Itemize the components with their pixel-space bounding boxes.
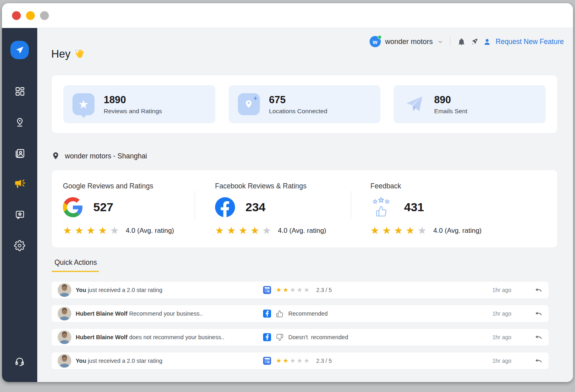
location-name: wonder motors - Shanghai [65, 152, 147, 160]
whats-new-button[interactable] [470, 38, 478, 46]
online-status-dot [378, 35, 382, 39]
thumbs-down-icon [276, 334, 283, 341]
sidebar-item-dashboard[interactable] [10, 76, 29, 107]
locations-icon [14, 117, 25, 128]
star-filled-icon: ★ [250, 225, 259, 236]
campaigns-megaphone-icon [13, 178, 26, 190]
sidebar-item-reviews[interactable] [10, 199, 29, 230]
star-empty-icon: ★ [290, 357, 296, 364]
star-filled-icon: ★ [86, 225, 95, 236]
review-bubble-star-icon: ★ [72, 93, 94, 115]
header-actions: w wonder motors [370, 36, 564, 47]
review-count: 431 [404, 200, 424, 214]
rating-stars: ★★★★★ 4.0 (Avg. rating) [63, 226, 174, 236]
review-count: 527 [93, 200, 113, 214]
stat-value: 890 [434, 94, 467, 106]
facebook-reviews-section: Facebook Reviews & Ratings 234 ★★★★★ 4.0… [215, 182, 326, 236]
reply-button[interactable] [534, 358, 542, 364]
star-filled-icon: ★ [63, 225, 72, 236]
rating-stars: ★★★★★ [276, 357, 311, 364]
sidebar-item-campaigns[interactable] [10, 168, 29, 199]
reply-button[interactable] [534, 311, 542, 317]
svg-text:G: G [267, 360, 269, 364]
person-icon [483, 38, 491, 46]
thumbs-up-icon [276, 310, 283, 318]
chevron-down-icon [437, 39, 443, 45]
rating-score: 2.3 / 5 [316, 287, 332, 293]
action-text: Hubert Blaine Wolf does not recommend yo… [76, 334, 224, 340]
google-business-icon: G [263, 357, 271, 365]
star-empty-icon: ★ [297, 286, 302, 293]
star-filled-icon: ★ [276, 357, 281, 364]
reply-icon [534, 311, 542, 317]
google-reviews-section: Google Reviews and Ratings 527 ★★★★★ 4.0… [63, 182, 174, 236]
stat-value: 675 [269, 94, 328, 106]
timestamp: 1hr ago [493, 310, 511, 317]
star-filled-icon: ★ [394, 225, 403, 236]
close-window-button[interactable] [12, 11, 21, 20]
paper-plane-logo-icon [15, 45, 24, 55]
map-pin-icon [51, 152, 60, 160]
minimize-window-button[interactable] [26, 11, 35, 20]
feedback-section: Feedback 431 ★★★★★ [370, 182, 482, 236]
star-empty-icon: ★ [262, 225, 271, 236]
google-logo [63, 197, 83, 217]
action-text: You just received a 2.0 star rating [76, 287, 163, 293]
facebook-icon [263, 333, 271, 341]
zoom-window-button[interactable] [40, 11, 49, 20]
divider [351, 191, 351, 220]
section-title: Google Reviews and Ratings [63, 182, 174, 190]
account-dropdown[interactable] [437, 39, 443, 45]
reviewer-avatar [58, 330, 71, 344]
star-filled-icon: ★ [283, 286, 288, 293]
contacts-icon [14, 148, 25, 159]
sidebar-item-support[interactable] [10, 352, 29, 371]
facebook-logo [215, 197, 235, 217]
rating-stars: ★★★★★ 4.0 (Avg. rating) [370, 226, 482, 236]
star-filled-icon: ★ [98, 225, 107, 236]
star-empty-icon: ★ [304, 357, 309, 364]
rating-stars: ★★★★★ [276, 286, 311, 294]
sidebar-item-locations[interactable] [10, 107, 29, 138]
stat-label: Locations Connected [269, 108, 328, 115]
star-empty-icon: ★ [418, 225, 426, 236]
location-add-icon: + [238, 93, 260, 115]
quick-action-row[interactable]: Hubert Blaine Wolf does not recommend yo… [51, 328, 549, 346]
quick-actions-title: Quick Actions [54, 258, 97, 267]
sidebar [2, 28, 37, 382]
notifications-button[interactable] [457, 38, 466, 46]
stat-locations-connected[interactable]: + 675 Locations Connected [229, 85, 381, 123]
stat-emails-sent[interactable]: 890 Emails Sent [394, 85, 546, 123]
reply-icon [534, 358, 542, 364]
reply-button[interactable] [534, 287, 542, 293]
section-title: Facebook Reviews & Ratings [215, 182, 326, 190]
verdict-label: Doesn't recommended [288, 334, 348, 340]
headset-icon [14, 356, 25, 367]
account-avatar[interactable]: w [370, 36, 381, 47]
window-titlebar [2, 3, 573, 28]
reply-button[interactable] [534, 334, 542, 340]
stat-reviews-ratings[interactable]: ★ 1890 Reviews and Ratings [63, 85, 215, 123]
request-new-feature-link[interactable]: Request New Feature [496, 38, 564, 46]
header-divider [450, 37, 450, 46]
app-logo[interactable] [10, 41, 29, 59]
avg-rating-label: 4.0 (Avg. rating) [126, 227, 174, 235]
sidebar-item-settings[interactable] [10, 230, 29, 261]
quick-action-row[interactable]: You just received a 2.0 star rating G ★★… [51, 352, 549, 370]
account-avatar-letter: w [373, 38, 378, 45]
quick-actions-underline [52, 271, 99, 272]
star-empty-icon: ★ [304, 286, 309, 293]
star-filled-icon: ★ [406, 225, 414, 236]
sidebar-item-contacts[interactable] [10, 138, 29, 168]
reviewer-avatar [58, 354, 71, 368]
profile-button[interactable] [483, 38, 491, 46]
quick-action-row[interactable]: You just received a 2.0 star rating G ★★… [51, 281, 549, 299]
verdict-label: Recommended [288, 310, 328, 317]
avg-rating-label: 4.0 (Avg. rating) [278, 227, 326, 235]
location-bar[interactable]: wonder motors - Shanghai [51, 149, 147, 163]
account-name[interactable]: wonder motors [385, 38, 433, 46]
main-content: Hey w won [37, 28, 573, 382]
greeting-text: Hey [51, 48, 70, 60]
quick-action-row[interactable]: Hubert Blaine Wolf Recommend your busine… [51, 305, 549, 322]
dashboard-icon [14, 86, 25, 97]
